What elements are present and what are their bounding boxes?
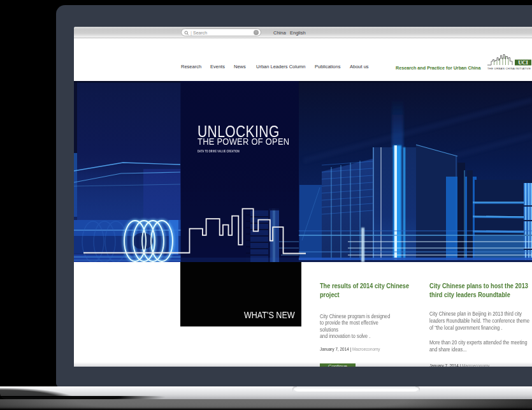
svg-text:UCI: UCI <box>518 59 528 66</box>
svg-text:THE URBAN CHINA INITIATIVE: THE URBAN CHINA INITIATIVE <box>487 67 531 70</box>
